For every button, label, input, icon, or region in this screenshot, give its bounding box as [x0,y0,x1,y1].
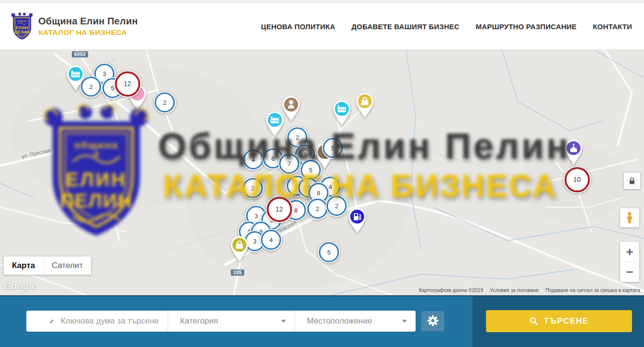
cluster-marker[interactable]: 5 [322,137,344,159]
nav-item-2[interactable]: МАРШРУТНО РАЗПИСАНИЕ [475,22,576,31]
cluster-count: 2 [243,178,263,198]
nav-item-3[interactable]: КОНТАКТИ [593,22,632,31]
svg-text:община: община [18,20,27,22]
cluster-marker[interactable]: 12 [266,196,293,223]
cluster-count: 2 [155,92,175,112]
bag-pin[interactable] [354,92,375,121]
cluster-count: 10 [565,167,590,192]
header: община ЕЛИН ПЕЛИН Община Елин Пелин КАТА… [0,3,644,50]
chevron-down-icon [402,320,407,323]
advanced-settings-button[interactable] [421,311,444,331]
cluster-marker[interactable]: 10 [564,166,591,193]
cluster-count: 4 [261,230,281,250]
main-nav: ЦЕНОВА ПОЛИТИКАДОБАВЕТЕ ВАШИЯТ БИЗНЕСМАР… [261,3,632,49]
search-bar-right-panel: ТЪРСЕНЕ [473,296,644,347]
page: община ЕЛИН ПЕЛИН Община Елин Пелин КАТА… [0,0,644,347]
cluster-marker[interactable]: 4 [242,148,264,170]
pegman-icon [624,212,635,224]
factory-pin[interactable] [65,65,86,94]
svg-text:ЕЛИН: ЕЛИН [16,25,28,30]
pencil-icon [49,317,54,325]
bag-pin[interactable] [229,235,250,265]
attribution-link-2[interactable]: Подаване на сигнал за грешка в картата [545,287,640,293]
category-select-label: Категория [180,316,218,326]
church-pin[interactable] [563,139,584,168]
cluster-marker[interactable]: 2 [154,91,176,113]
pegman-control[interactable] [620,208,639,227]
cluster-marker[interactable]: 5 [318,241,340,263]
svg-text:ПЕЛИН: ПЕЛИН [14,30,29,34]
cluster-count: 5 [319,242,339,262]
search-field-group: Категория Местоположение [26,311,416,332]
keyword-field[interactable] [26,311,168,332]
factory-pin[interactable] [264,111,285,140]
attribution-link-1[interactable]: Условия за ползване [490,287,539,293]
fullscreen-lock-button[interactable] [624,173,640,189]
cluster-count: 12 [115,71,140,97]
category-select[interactable]: Категория [168,311,294,332]
cluster-count: 5 [323,138,343,158]
window-edge-strip [0,0,644,3]
location-select-label: Местоположение [307,316,372,326]
location-select[interactable]: Местоположение [294,311,416,332]
road-badge: 6002 [72,51,88,57]
google-logo[interactable]: Google [4,281,36,291]
map-canvas[interactable]: ул. Преславбул. „Новосел6002105 32512223… [0,49,644,295]
zoom-in-button[interactable]: + [620,242,639,262]
site-title: Община Елин Пелин [38,16,138,27]
nav-item-0[interactable]: ЦЕНОВА ПОЛИТИКА [261,22,335,31]
zoom-control: + − [620,242,639,282]
attribution-link-0[interactable]: Картографски данни ©2019 [419,287,483,293]
gear-icon [427,314,439,328]
search-button-label: ТЪРСЕНЕ [544,316,589,326]
cluster-marker[interactable]: 2 [242,177,264,199]
map-type-satellite-button[interactable]: Сателит [43,257,91,275]
cluster-count: 4 [243,149,263,169]
chevron-down-icon [281,320,286,323]
nav-item-1[interactable]: ДОБАВЕТЕ ВАШИЯТ БИЗНЕС [351,22,459,31]
cluster-marker[interactable]: 2 [326,195,348,217]
cluster-marker[interactable]: 2 [306,198,328,220]
municipality-crest-logo: община ЕЛИН ПЕЛИН [11,12,34,41]
road-badge: 105 [231,269,244,276]
cluster-count: 2 [327,196,347,216]
site-logo[interactable]: община ЕЛИН ПЕЛИН Община Елин Пелин КАТА… [11,12,138,41]
fuel-pin[interactable] [347,207,368,236]
cluster-marker[interactable]: 12 [114,70,141,98]
search-button[interactable]: ТЪРСЕНЕ [486,310,632,332]
zoom-out-button[interactable]: − [620,262,639,282]
cluster-count: 12 [267,197,292,222]
search-icon [530,317,538,325]
cluster-count: 2 [307,199,328,219]
search-bar: Категория Местоположение ТЪРСЕНЕ [0,295,644,347]
cluster-marker[interactable]: 4 [260,229,282,251]
brand-text: Община Елин Пелин КАТАЛОГ НА БИЗНЕСА [38,16,138,37]
search-input[interactable] [60,316,168,326]
map-type-map-button[interactable]: Карта [4,257,43,275]
lock-icon [627,176,637,186]
map-type-control: Карта Сателит [4,257,91,275]
factory-pin[interactable] [331,100,352,129]
map-attribution: Картографски данни ©2019Условия за ползв… [412,287,640,293]
cluster-marker[interactable]: 7 [278,153,300,175]
cluster-count: 7 [279,154,299,174]
site-subtitle: КАТАЛОГ НА БИЗНЕСА [38,28,138,37]
